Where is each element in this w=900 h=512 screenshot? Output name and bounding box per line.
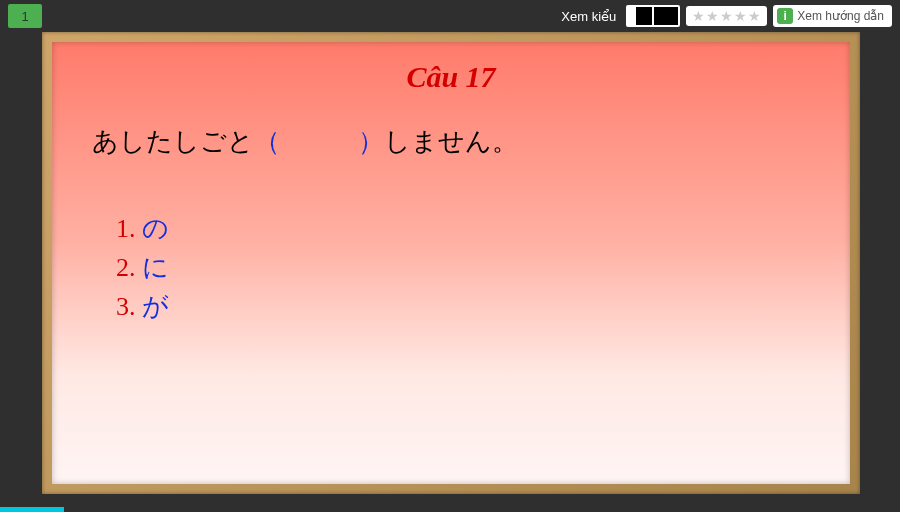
sentence-pre: あしたしごと <box>92 127 254 156</box>
view-mode-buttons <box>626 5 680 27</box>
slide-content: Câu 17 あしたしごと（ ）しません。 1. の 2. に 3. が <box>52 42 850 484</box>
star-icon: ★ <box>734 9 747 23</box>
option-text: が <box>142 292 169 321</box>
rating-stars[interactable]: ★ ★ ★ ★ ★ <box>686 6 767 26</box>
paren-open: （ <box>254 127 280 156</box>
star-icon: ★ <box>706 9 719 23</box>
option-2[interactable]: 2. に <box>116 248 810 287</box>
question-sentence: あしたしごと（ ）しません。 <box>92 124 810 159</box>
question-title: Câu 17 <box>92 60 810 94</box>
option-text: の <box>142 214 169 243</box>
option-text: に <box>142 253 169 282</box>
view-full-icon[interactable] <box>654 7 678 25</box>
option-1[interactable]: 1. の <box>116 209 810 248</box>
option-number: 3. <box>116 292 136 321</box>
star-icon: ★ <box>720 9 733 23</box>
answer-options: 1. の 2. に 3. が <box>92 209 810 326</box>
progress-bar[interactable] <box>0 507 64 512</box>
paren-close: ） <box>358 127 384 156</box>
question-number-badge[interactable]: 1 <box>8 4 42 28</box>
option-number: 2. <box>116 253 136 282</box>
option-number: 1. <box>116 214 136 243</box>
guide-button-label: Xem hướng dẫn <box>797 9 884 23</box>
info-icon: i <box>777 8 793 24</box>
view-mode-label: Xem kiểu <box>561 9 616 24</box>
view-split-icon[interactable] <box>628 7 652 25</box>
topbar: 1 Xem kiểu ★ ★ ★ ★ ★ i Xem hướng dẫn <box>0 0 900 32</box>
star-icon: ★ <box>748 9 761 23</box>
blank-space <box>280 127 358 156</box>
guide-button[interactable]: i Xem hướng dẫn <box>773 5 892 27</box>
sentence-post: しません。 <box>384 127 518 156</box>
wood-frame: Câu 17 あしたしごと（ ）しません。 1. の 2. に 3. が <box>42 32 860 494</box>
slide-stage: Câu 17 あしたしごと（ ）しません。 1. の 2. に 3. が <box>42 32 860 494</box>
star-icon: ★ <box>692 9 705 23</box>
option-3[interactable]: 3. が <box>116 287 810 326</box>
